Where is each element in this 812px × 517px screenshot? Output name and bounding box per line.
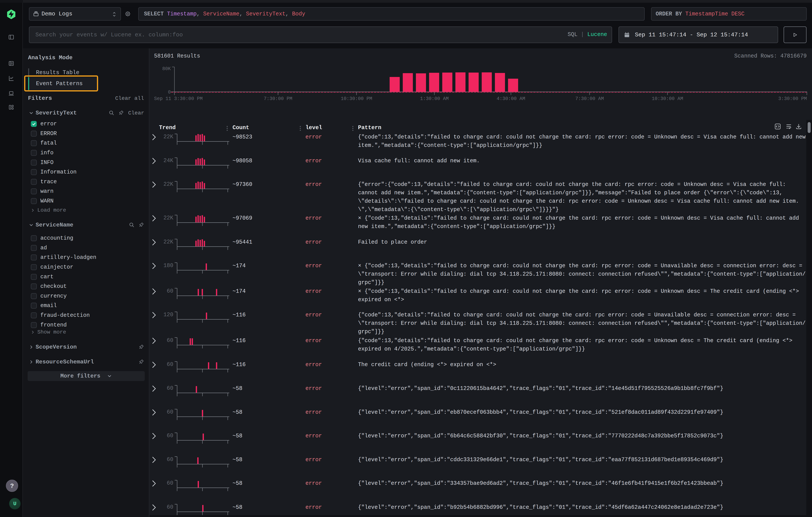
svg-text:10:30:00 PM: 10:30:00 PM [341,96,372,102]
svg-text:1:30:00 AM: 1:30:00 AM [420,96,448,102]
svg-text:Sep 11 3:30:00 PM: Sep 11 3:30:00 PM [154,96,203,102]
svg-text:80K: 80K [162,66,171,71]
svg-text:3:30:00 PM: 3:30:00 PM [778,96,807,102]
svg-text:10:30:00 AM: 10:30:00 AM [651,96,683,102]
svg-text:7:30:00 PM: 7:30:00 PM [264,96,292,102]
svg-text:7:30:00 AM: 7:30:00 AM [575,96,604,102]
svg-text:4:30:00 AM: 4:30:00 AM [497,96,525,102]
svg-text:0: 0 [168,89,171,95]
